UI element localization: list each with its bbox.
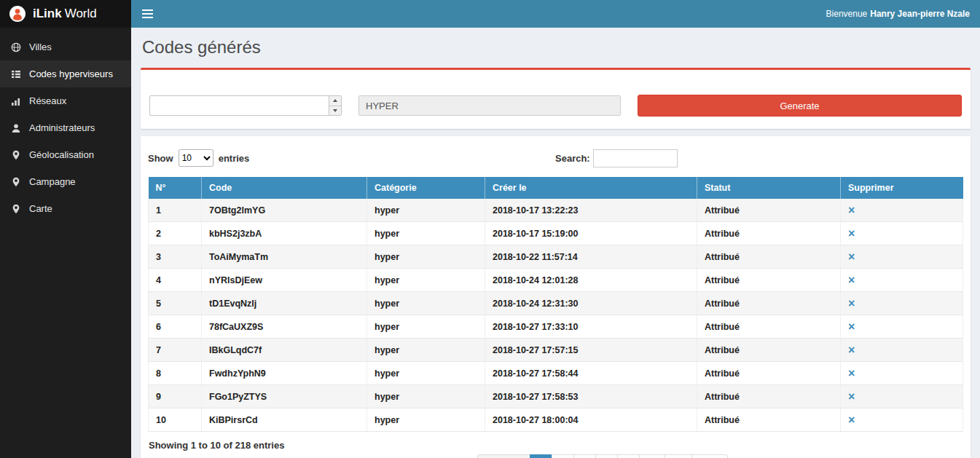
sidebar-item-administrateurs[interactable]: Administrateurs: [0, 114, 131, 141]
delete-icon[interactable]: ×: [848, 250, 855, 263]
sidebar-item-carte[interactable]: Carte: [0, 195, 131, 222]
delete-icon[interactable]: ×: [848, 320, 855, 333]
delete-icon[interactable]: ×: [848, 227, 855, 240]
cell-delete: ×: [841, 222, 963, 245]
search-label: Search:: [555, 153, 590, 164]
cell-created: 2018-10-27 17:58:53: [485, 385, 697, 408]
app-logo-icon: [9, 5, 26, 23]
page-button-3[interactable]: 3: [573, 454, 596, 458]
table-row: 17OBtg2lmYGhyper2018-10-17 13:22:23Attri…: [149, 199, 963, 222]
brand-text-light: World: [65, 7, 97, 20]
cell-code: ToAiMymaTm: [202, 245, 367, 269]
sidebar-toggle-button[interactable]: [131, 0, 163, 28]
cell-category: hyper: [367, 408, 485, 432]
page-button-previous[interactable]: Previous: [477, 454, 530, 458]
codes-table-panel: Show 10 entries Search: N°: [141, 136, 971, 458]
cell-created: 2018-10-27 17:58:44: [485, 362, 697, 385]
cell-num: 8: [149, 362, 202, 385]
sidebar-item-campagne[interactable]: Campagne: [0, 168, 131, 195]
sidebar-item-label: Géolocalisation: [29, 149, 94, 160]
user-name: Hanry Jean-pierre Nzale: [870, 9, 970, 19]
cell-status: Attribué: [697, 292, 841, 315]
stepper-up-button[interactable]: [329, 96, 341, 106]
brand-logo[interactable]: iLinkWorld: [0, 0, 131, 28]
page-button-next[interactable]: Next: [691, 454, 728, 458]
column-header-delete[interactable]: Supprimer: [841, 177, 963, 199]
list-icon: [11, 69, 22, 79]
user-icon: [11, 123, 22, 133]
cell-category: hyper: [367, 245, 485, 269]
search-input[interactable]: [593, 149, 678, 167]
sidebar-item-label: Campagne: [29, 176, 76, 187]
sidebar-item-reseaux[interactable]: Réseaux: [0, 87, 131, 114]
cell-status: Attribué: [697, 315, 841, 339]
signal-icon: [11, 96, 22, 106]
sidebar-item-villes[interactable]: Villes: [0, 33, 131, 60]
column-header-category[interactable]: Catégorie: [367, 177, 485, 199]
column-header-created[interactable]: Créer le: [485, 177, 697, 199]
page-button-22[interactable]: 22: [665, 454, 692, 458]
sidebar-item-label: Administrateurs: [29, 122, 95, 133]
stepper-down-button[interactable]: [329, 106, 341, 116]
codes-table: N° Code Catégorie Créer le Statut Suppri…: [148, 177, 963, 432]
table-header-row: N° Code Catégorie Créer le Statut Suppri…: [149, 177, 963, 199]
code-generator-panel: Generate: [141, 68, 971, 129]
table-row: 5tD1EvqNzljhyper2018-10-24 12:31:30Attri…: [149, 292, 963, 315]
page-button-1[interactable]: 1: [530, 454, 552, 458]
table-body: 17OBtg2lmYGhyper2018-10-17 13:22:23Attri…: [149, 199, 963, 432]
cell-num: 5: [149, 292, 202, 315]
cell-num: 10: [149, 408, 202, 432]
delete-icon[interactable]: ×: [848, 274, 855, 286]
cell-created: 2018-10-27 18:00:04: [485, 408, 697, 432]
cell-created: 2018-10-24 12:01:28: [485, 269, 697, 292]
delete-icon[interactable]: ×: [848, 344, 855, 356]
cell-created: 2018-10-27 17:33:10: [485, 315, 697, 339]
cell-code: 7OBtg2lmYG: [202, 199, 367, 222]
cell-status: Attribué: [697, 339, 841, 362]
cell-created: 2018-10-24 12:31:30: [485, 292, 697, 315]
cell-category: hyper: [367, 362, 485, 385]
cell-code: IBkGLqdC7f: [202, 339, 367, 362]
category-field: [358, 95, 621, 116]
page-length-select[interactable]: 10: [179, 149, 213, 167]
map-marker-icon: [11, 150, 22, 160]
cell-num: 6: [149, 315, 202, 339]
page-button-5[interactable]: 5: [617, 454, 640, 458]
delete-icon[interactable]: ×: [848, 414, 855, 426]
main-content: Codes générés Generate: [131, 28, 980, 458]
column-header-status[interactable]: Statut: [697, 177, 841, 199]
sidebar-item-label: Carte: [29, 203, 52, 214]
cell-num: 3: [149, 245, 202, 269]
topbar: iLinkWorld BienvenueHanry Jean-pierre Nz…: [0, 0, 980, 28]
delete-icon[interactable]: ×: [848, 297, 855, 309]
sidebar-item-codes-hyperviseurs[interactable]: Codes hyperviseurs: [0, 60, 131, 87]
entries-label: entries: [219, 153, 250, 164]
column-header-num[interactable]: N°: [149, 177, 202, 199]
delete-icon[interactable]: ×: [848, 390, 855, 403]
cell-num: 2: [149, 222, 202, 245]
search-control: Search:: [555, 149, 678, 167]
column-header-code[interactable]: Code: [202, 177, 367, 199]
sidebar-item-geolocalisation[interactable]: Géolocalisation: [0, 141, 131, 168]
cell-code: FGo1PyZTYS: [202, 385, 367, 408]
cell-delete: ×: [841, 339, 963, 362]
cell-status: Attribué: [697, 362, 841, 385]
generate-button[interactable]: Generate: [638, 95, 962, 117]
delete-icon[interactable]: ×: [848, 204, 855, 216]
delete-icon[interactable]: ×: [848, 367, 855, 379]
cell-created: 2018-10-27 17:57:15: [485, 339, 697, 362]
cell-category: hyper: [367, 315, 485, 339]
page-button-2[interactable]: 2: [552, 454, 574, 458]
page-title: Codes générés: [142, 37, 971, 58]
quantity-input[interactable]: [150, 96, 329, 115]
page-button-ellipsis[interactable]: …: [639, 454, 666, 458]
page-button-4[interactable]: 4: [595, 454, 618, 458]
cell-status: Attribué: [697, 269, 841, 292]
cell-code: kbHS2j3zbA: [202, 222, 367, 245]
quantity-stepper: [149, 95, 342, 116]
table-row: 9FGo1PyZTYShyper2018-10-27 17:58:53Attri…: [149, 385, 963, 408]
brand-text-bold: iLink: [33, 7, 62, 20]
cell-created: 2018-10-17 15:19:00: [485, 222, 697, 245]
cell-status: Attribué: [697, 199, 841, 222]
sidebar: Villes Codes hyperviseurs Réseaux Admini…: [0, 28, 131, 458]
